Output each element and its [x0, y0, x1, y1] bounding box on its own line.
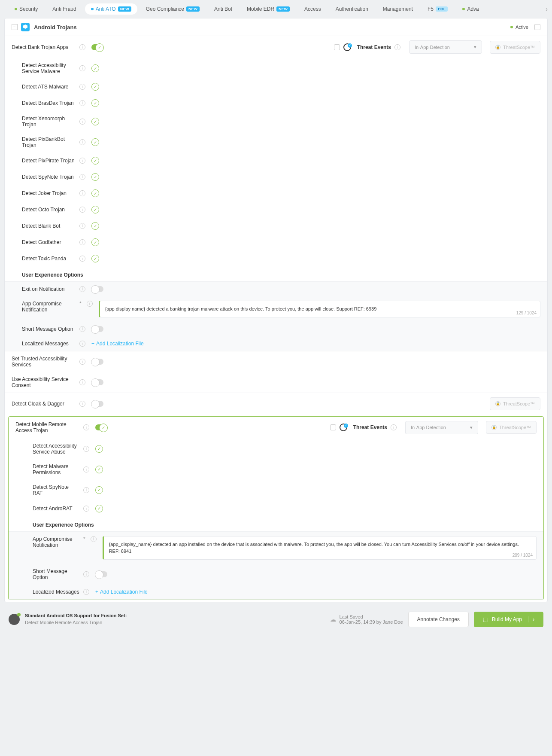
info-icon[interactable]: i: [394, 44, 400, 50]
ux-options-title-2: User Experience Options: [9, 517, 543, 531]
info-icon[interactable]: i: [79, 139, 85, 145]
info-icon[interactable]: i: [79, 190, 85, 196]
detect-mrat-row: Detect Mobile Remote Access Trojan i Thr…: [9, 417, 543, 439]
info-icon[interactable]: i: [79, 256, 85, 262]
info-icon[interactable]: i: [79, 379, 85, 385]
tab-management[interactable]: Management: [377, 3, 419, 15]
tab-anti-bot[interactable]: Anti Bot: [208, 3, 238, 15]
check-icon[interactable]: ✓: [91, 157, 99, 165]
info-icon[interactable]: i: [391, 424, 397, 430]
tab-f5[interactable]: F5EOL: [422, 3, 454, 15]
info-icon[interactable]: i: [79, 223, 85, 229]
info-icon[interactable]: i: [83, 571, 89, 577]
toggle-on[interactable]: [91, 44, 103, 50]
detection-select[interactable]: In-App Detection▾: [405, 421, 478, 434]
footer: Standard Android OS Support for Fusion S…: [0, 607, 552, 632]
add-localization-link[interactable]: +Add Localization File: [91, 341, 144, 347]
toggle-off[interactable]: [95, 571, 107, 577]
info-icon[interactable]: i: [79, 65, 85, 71]
info-icon[interactable]: i: [79, 401, 85, 407]
check-icon[interactable]: ✓: [91, 118, 99, 125]
info-icon[interactable]: i: [83, 506, 89, 512]
info-icon[interactable]: i: [79, 158, 85, 164]
check-icon[interactable]: ✓: [91, 238, 99, 246]
threatscope-button[interactable]: 🔒ThreatScope™: [490, 397, 540, 410]
detection-item: Detect PixBankBot Trojani✓: [5, 132, 547, 152]
build-app-button[interactable]: ⬚ Build My App ›: [474, 612, 543, 627]
info-icon[interactable]: i: [79, 174, 85, 180]
lock-icon: 🔒: [495, 45, 500, 50]
main-panel: − Android Trojans Active Detect Bank Tro…: [4, 18, 548, 602]
info-icon[interactable]: i: [79, 100, 85, 106]
add-localization-link-2[interactable]: +Add Localization File: [95, 589, 148, 595]
info-icon[interactable]: i: [79, 286, 85, 292]
info-icon[interactable]: i: [79, 341, 85, 347]
tab-authentication[interactable]: Authentication: [330, 3, 374, 15]
threatscope-button[interactable]: 🔒ThreatScope™: [490, 41, 540, 54]
info-icon[interactable]: i: [79, 207, 85, 213]
info-icon[interactable]: i: [87, 301, 93, 307]
threat-checkbox[interactable]: [334, 44, 340, 50]
info-icon[interactable]: i: [83, 589, 89, 595]
tab-adva[interactable]: Adva: [456, 3, 485, 15]
info-icon[interactable]: i: [91, 536, 97, 542]
lock-icon: 🔒: [495, 401, 500, 406]
check-icon[interactable]: ✓: [91, 138, 99, 146]
tab-anti-fraud[interactable]: Anti Fraud: [46, 3, 82, 15]
short-message-row-2: Short Message Option i: [9, 564, 543, 585]
detection-item: Detect Xenomorph Trojani✓: [5, 111, 547, 132]
info-icon[interactable]: i: [79, 359, 85, 365]
info-icon[interactable]: i: [79, 326, 85, 332]
detection-item: Detect Blank Boti✓: [5, 218, 547, 234]
tab-geo-compliance[interactable]: Geo ComplianceNEW: [140, 3, 206, 15]
compromise-textarea-2[interactable]: {app_display_name} detected an app insta…: [103, 536, 537, 560]
tab-anti-ato[interactable]: Anti ATONEW: [85, 3, 137, 15]
chevron-right-icon[interactable]: ›: [546, 6, 548, 12]
tab-mobile-edr[interactable]: Mobile EDRNEW: [241, 3, 296, 15]
check-icon[interactable]: ✓: [91, 173, 99, 181]
new-badge: NEW: [276, 6, 290, 12]
check-icon[interactable]: ✓: [91, 255, 99, 262]
tab-access[interactable]: Access: [298, 3, 327, 15]
info-icon[interactable]: i: [79, 84, 85, 90]
detection-item: Detect Joker Trojani✓: [5, 185, 547, 201]
compromise-textarea[interactable]: {app display name} detected a banking tr…: [99, 301, 540, 317]
check-icon[interactable]: ✓: [95, 466, 103, 473]
toggle-off[interactable]: [91, 286, 103, 292]
grid-icon[interactable]: [534, 24, 540, 30]
check-icon[interactable]: ✓: [91, 83, 99, 91]
info-icon[interactable]: i: [83, 487, 89, 493]
info-icon[interactable]: i: [83, 424, 89, 430]
toggle-off[interactable]: [91, 359, 103, 365]
detection-item: Detect AndroRATi✓: [9, 500, 543, 517]
check-icon[interactable]: ✓: [91, 99, 99, 107]
check-icon[interactable]: ✓: [91, 189, 99, 197]
check-icon[interactable]: ✓: [95, 505, 103, 512]
check-icon[interactable]: ✓: [91, 206, 99, 213]
check-icon[interactable]: ✓: [95, 445, 103, 453]
info-icon[interactable]: i: [83, 446, 89, 452]
info-icon[interactable]: i: [79, 239, 85, 245]
detection-item: Detect Godfatheri✓: [5, 234, 547, 250]
threat-events-icon: [340, 424, 347, 431]
info-icon[interactable]: i: [79, 119, 85, 125]
toggle-off[interactable]: [91, 326, 103, 332]
toggle-on[interactable]: [95, 424, 107, 430]
ux-options-title: User Experience Options: [5, 267, 547, 281]
annotate-button[interactable]: Annotate Changes: [408, 612, 469, 627]
threatscope-button[interactable]: 🔒ThreatScope™: [486, 421, 537, 434]
check-icon[interactable]: ✓: [95, 486, 103, 494]
info-icon[interactable]: i: [79, 44, 85, 50]
collapse-icon[interactable]: −: [12, 24, 18, 30]
threat-checkbox[interactable]: [330, 424, 336, 430]
check-icon[interactable]: ✓: [91, 222, 99, 230]
info-icon[interactable]: i: [83, 466, 89, 472]
toggle-off[interactable]: [91, 401, 103, 407]
dot-icon: [462, 8, 465, 10]
dot-icon: [91, 8, 94, 10]
check-icon[interactable]: ✓: [91, 64, 99, 72]
tab-security[interactable]: Security: [9, 3, 44, 15]
toggle-off[interactable]: [91, 379, 103, 385]
detection-select[interactable]: In-App Detection▾: [409, 40, 482, 54]
detection-item: Detect BrasDex Trojani✓: [5, 95, 547, 111]
